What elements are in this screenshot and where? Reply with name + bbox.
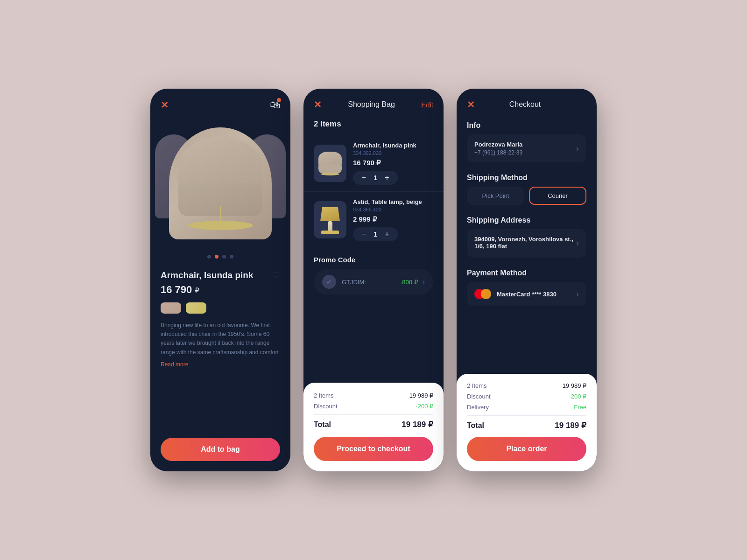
lamp-thumbnail — [318, 205, 342, 235]
qty-plus-2[interactable]: + — [383, 230, 391, 238]
promo-discount: −800 ₽ — [399, 279, 418, 286]
qty-plus-1[interactable]: + — [383, 174, 391, 182]
chair-leg — [220, 206, 221, 223]
item-sku-1: 334.392.020 — [353, 150, 433, 156]
image-dots — [150, 251, 290, 265]
promo-arrow-icon: › — [423, 278, 425, 286]
product-screen: ✕ 🛍 — [150, 89, 290, 471]
screens-container: ✕ 🛍 — [150, 89, 597, 471]
checkout-summary-total-row: Total 19 189 ₽ — [467, 420, 586, 430]
read-more-link[interactable]: Read more — [161, 361, 188, 368]
checkout-payment-section-title: Payment Method — [457, 262, 597, 282]
product-top-bar: ✕ 🛍 — [150, 89, 290, 116]
dot-1[interactable] — [207, 255, 211, 259]
qty-num-1: 1 — [374, 174, 377, 182]
checkout-address-text: 394009, Voronezh, Voroshilova st., 1/6, … — [474, 236, 576, 250]
bag-items-count: 2 Items — [303, 115, 444, 135]
product-image-main — [169, 127, 272, 239]
promo-check-icon: ✓ — [322, 275, 336, 289]
bag-screen: ✕ Shopping Bag Edit 2 Items Armchair, Is… — [303, 89, 444, 471]
qty-control-2: − 1 + — [353, 227, 398, 241]
checkout-summary-panel: 2 Items 19 989 ₽ Discount -200 ₽ Deliver… — [457, 374, 597, 471]
product-price: 16 790 ₽ — [161, 284, 280, 296]
bag-summary-total-row: Total 19 189 ₽ — [314, 420, 433, 429]
chair-base — [188, 221, 253, 230]
chair-thumb-base — [321, 173, 339, 175]
checkout-info-name: Podrezova Maria — [474, 141, 576, 148]
qty-minus-1[interactable]: − — [359, 174, 368, 182]
shipping-pick-point[interactable]: Pick Point — [467, 187, 524, 205]
bag-top-bar: ✕ Shopping Bag Edit — [303, 89, 444, 115]
item-name-2: Astid, Table lamp, beige — [353, 198, 433, 205]
bag-items-value: 19 989 ₽ — [409, 392, 433, 399]
product-name: Armchair, Isunda pink — [161, 270, 254, 280]
add-to-bag-button[interactable]: Add to bag — [161, 438, 280, 461]
bag-dot — [277, 98, 281, 102]
bag-total-value: 19 189 ₽ — [402, 420, 433, 429]
mastercard-icon — [474, 288, 491, 300]
checkout-summary-divider — [467, 415, 586, 416]
checkout-delivery-label: Delivery — [467, 404, 489, 411]
checkout-info-content: Podrezova Maria +7 (961) 188-22-33 — [474, 141, 576, 156]
checkout-title: Checkout — [509, 100, 541, 109]
dot-4[interactable] — [230, 255, 233, 259]
shipping-courier[interactable]: Courier — [529, 187, 586, 205]
heart-icon[interactable]: ♡ — [272, 270, 280, 281]
qty-num-2: 1 — [374, 231, 377, 238]
qty-control-1: − 1 + — [353, 171, 398, 185]
chair-thumb-seat — [318, 164, 342, 174]
proceed-to-checkout-button[interactable]: Proceed to checkout — [314, 437, 433, 461]
dot-3[interactable] — [222, 255, 226, 259]
qty-minus-2[interactable]: − — [359, 230, 368, 238]
product-name-row: Armchair, Isunda pink ♡ — [161, 270, 280, 281]
payment-row-inner: MasterCard **** 3830 — [474, 288, 576, 300]
checkout-summary-items-row: 2 Items 19 989 ₽ — [467, 382, 586, 389]
promo-section: Promo Code ✓ GTJDIM: −800 ₽ › — [303, 248, 444, 302]
bag-close-button[interactable]: ✕ — [314, 99, 322, 110]
checkout-address-row[interactable]: 394009, Voronezh, Voroshilova st., 1/6, … — [467, 229, 586, 258]
checkout-close-button[interactable]: ✕ — [467, 99, 475, 110]
checkout-summary-delivery-row: Delivery Free — [467, 404, 586, 411]
bag-button[interactable]: 🛍 — [270, 99, 280, 111]
mc-circle-right — [481, 289, 491, 299]
checkout-total-label: Total — [467, 421, 484, 430]
checkout-total-value: 19 189 ₽ — [555, 420, 586, 430]
checkout-payment-arrow: › — [576, 289, 579, 299]
checkout-info-row[interactable]: Podrezova Maria +7 (961) 188-22-33 › — [467, 134, 586, 162]
bag-edit-button[interactable]: Edit — [421, 101, 433, 109]
product-description: Bringing new life to an old favourite. W… — [161, 321, 280, 357]
checkout-discount-value: -200 ₽ — [569, 393, 586, 400]
checkout-delivery-value: Free — [574, 404, 586, 411]
promo-row[interactable]: ✓ GTJDIM: −800 ₽ › — [314, 269, 433, 294]
color-swatches — [161, 302, 280, 314]
place-order-button[interactable]: Place order — [467, 437, 586, 461]
bag-summary-discount-row: Discount -200 ₽ — [314, 403, 433, 410]
lamp-body — [328, 221, 332, 231]
checkout-payment-row[interactable]: MasterCard **** 3830 › — [467, 282, 586, 306]
item-details-2: Astid, Table lamp, beige 934.366.420 2 9… — [353, 198, 433, 241]
product-close-button[interactable]: ✕ — [161, 99, 169, 111]
checkout-address-arrow: › — [576, 238, 579, 248]
bag-discount-label: Discount — [314, 403, 338, 410]
bag-summary-divider — [314, 414, 433, 415]
dot-2[interactable] — [215, 255, 218, 259]
chair-thumbnail — [317, 149, 343, 177]
promo-code-text: GTJDIM: — [342, 279, 396, 286]
swatch-pink[interactable] — [161, 302, 181, 314]
swatch-yellow[interactable] — [186, 302, 206, 314]
item-image-lamp — [314, 201, 346, 238]
checkout-info-arrow: › — [576, 144, 579, 154]
bag-title: Shopping Bag — [348, 100, 395, 109]
bag-total-label: Total — [314, 420, 331, 429]
product-image-area — [150, 116, 290, 251]
bag-items-label: 2 Items — [314, 392, 334, 399]
checkout-items-value: 19 989 ₽ — [563, 382, 586, 389]
checkout-info-section-title: Info — [457, 115, 597, 134]
shipping-methods: Pick Point Courier — [457, 187, 597, 210]
item-name-1: Armchair, Isunda pink — [353, 142, 433, 149]
lamp-base — [321, 231, 339, 234]
promo-label: Promo Code — [314, 256, 433, 264]
checkout-items-label: 2 Items — [467, 382, 487, 389]
lamp-shade — [320, 207, 340, 221]
checkout-summary-discount-row: Discount -200 ₽ — [467, 393, 586, 400]
